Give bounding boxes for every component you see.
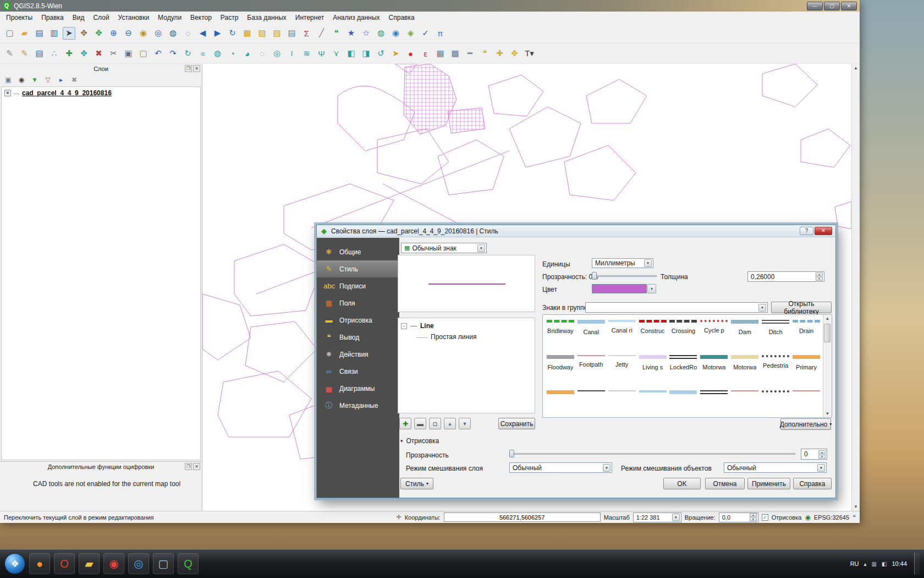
add-symbol-layer-button[interactable]: ✚ [399,418,411,429]
advanced-button[interactable]: Дополнительно ▾ [780,418,831,430]
start-button[interactable]: ❖ [4,553,25,574]
layer-row[interactable]: ✕ — cad_parcel_4_4_9_20160816 [4,89,197,97]
chevron-down-icon[interactable]: ▾ [603,464,610,472]
symbol-preset[interactable]: Motorwa [698,350,729,385]
open-library-button[interactable]: Открыть библиотеку [771,302,832,313]
lock-symbol-layer-button[interactable]: ◘ [429,418,441,429]
scroll-up-icon[interactable]: ▲ [826,316,830,321]
delete-ring-icon[interactable]: ◌ [256,47,268,60]
pan-to-selection-icon[interactable]: ✥ [92,27,105,40]
symbol-preset[interactable]: Footpath [576,350,607,385]
menu-item[interactable]: База данных [243,13,290,23]
minimize-button[interactable]: — [807,2,823,10]
rotation-spinner[interactable]: 0,0 ▴▾ [719,512,758,522]
tree-root-label[interactable]: Line [420,322,434,330]
chevron-down-icon[interactable]: ▾ [758,304,766,312]
coordinates-icon[interactable]: ✛ [396,514,401,521]
dialog-close-button[interactable]: ✕ [815,227,832,235]
network-icon[interactable]: ▥ [872,561,877,567]
tree-child-label[interactable]: Простая линия [431,333,476,341]
layers-panel-close-button[interactable]: ✕ [193,65,200,72]
symbol-preset[interactable]: Living s [637,350,668,385]
metasearch-globe-icon[interactable]: ◉ [389,27,402,40]
crs-globe-icon[interactable]: ◉ [805,514,810,521]
clock[interactable]: 10:44 [892,560,907,567]
fill-ring-icon[interactable]: ◕ [241,47,254,60]
merge-features-icon[interactable]: ◧ [345,47,358,60]
taskbar-chrome-icon[interactable]: ◉ [103,553,124,574]
help-button[interactable]: Справка [793,478,832,489]
add-group-icon[interactable]: ▣ [3,75,13,85]
tree-collapse-icon[interactable]: − [401,323,407,329]
simplify-feature-icon[interactable]: ≈ [196,47,209,60]
spin-down-icon[interactable]: ▾ [818,455,826,459]
slider-handle[interactable] [592,272,597,280]
scale-combo[interactable]: 1:22 381 ▾ [633,512,681,522]
paste-features-icon[interactable]: ▢ [137,47,150,60]
symbol-preset[interactable]: Canal [576,315,607,350]
render-checkbox[interactable]: ✓ [762,514,768,521]
symbol-preset[interactable]: Primary [791,350,822,385]
split-parts-icon[interactable]: ⋎ [330,47,343,60]
symbol-preset[interactable]: LockedRo [668,350,699,385]
remove-layer-icon[interactable]: ✖ [69,75,79,85]
taskbar-opera-icon[interactable]: O [54,553,75,574]
new-bookmark-icon[interactable]: ★ [345,27,358,40]
symbol-preset[interactable]: Floodway [545,350,576,385]
tab-general[interactable]: ✱ Общие [317,243,399,260]
symbol-preset[interactable]: Pedestria [760,350,791,385]
symbol-preset[interactable]: Drain [791,315,822,350]
menu-item[interactable]: Растр [216,13,243,23]
vector-checker-icon[interactable]: ✓ [419,27,432,40]
symbol-group-combo[interactable]: ▾ [585,302,768,313]
delete-selected-icon[interactable]: ✖ [92,47,105,60]
symbol-preset[interactable] [698,385,729,418]
menu-item[interactable]: Интернет [291,13,328,23]
move-label-icon[interactable]: ✥ [508,47,521,60]
taskbar-qgis-icon[interactable]: Q [178,553,199,574]
menu-item[interactable]: Установки [114,13,153,23]
symbol-preset[interactable] [668,385,699,418]
symbol-preset[interactable]: Jetty [607,350,637,385]
menu-item[interactable]: Анализ данных [328,13,384,23]
node-tool-icon[interactable]: ∴ [48,47,61,60]
move-feature-icon[interactable]: ✥ [78,47,90,60]
remove-symbol-layer-button[interactable]: ▬ [414,418,426,429]
layers-panel-float-button[interactable]: ❐ [185,65,192,72]
rotate-point-symbols-icon[interactable]: ↺ [375,47,387,60]
messages-balloon-icon[interactable]: ❝ [853,514,856,521]
menu-item[interactable]: Вид [68,13,89,23]
color-picker[interactable]: ▾ [592,284,656,293]
current-edits-icon[interactable]: ✎ [3,47,16,60]
menu-item[interactable]: Слой [89,13,113,23]
layer-visibility-checkbox[interactable]: ✕ [4,90,11,96]
digitize-panel-close-button[interactable]: ✕ [193,463,200,470]
zoom-out-icon[interactable]: ⊖ [122,27,135,40]
add-part-icon[interactable]: ◔ [226,47,239,60]
style-menu-button[interactable]: Стиль ▾ [400,478,433,489]
symbol-preset[interactable]: Ditch [760,315,791,350]
show-desktop-button[interactable] [914,553,920,575]
chevron-down-icon[interactable]: ▾ [817,464,825,472]
window-titlebar[interactable]: Q QGIS2.8.5-Wien — ▢ ✕ [0,0,860,12]
expression-icon[interactable]: ε [419,47,432,60]
layer-blend-combo[interactable]: Обычный ▾ [509,462,612,473]
tab-labels[interactable]: abc Подписи [317,277,399,295]
menu-item[interactable]: Проекты [2,13,37,23]
tray-expand-icon[interactable]: ▴ [864,561,867,567]
taskbar-window-icon[interactable]: ▢ [153,553,174,574]
save-project-icon[interactable]: ▤ [33,27,46,40]
rotate-feature-icon[interactable]: ↻ [182,47,194,60]
deselect-features-icon[interactable]: ▨ [271,27,283,40]
move-layer-up-button[interactable]: ▲ [444,418,456,429]
zoom-to-selection-icon[interactable]: ◍ [167,27,179,40]
map-tips-icon[interactable]: ❝ [330,27,343,40]
symbol-layer-tree[interactable]: − — Line —— Простая линия [398,318,535,413]
render-transparency-spinner[interactable]: 0 ▴▾ [801,449,827,460]
filter-legend-icon[interactable]: ▼ [30,75,40,85]
chevron-down-icon[interactable]: ▾ [644,259,652,267]
scroll-down-icon[interactable]: ▼ [826,411,830,416]
ruler-icon[interactable]: ━ [464,47,476,60]
symbol-preset[interactable] [729,385,760,418]
save-layer-edits-icon[interactable]: ▤ [33,47,46,60]
